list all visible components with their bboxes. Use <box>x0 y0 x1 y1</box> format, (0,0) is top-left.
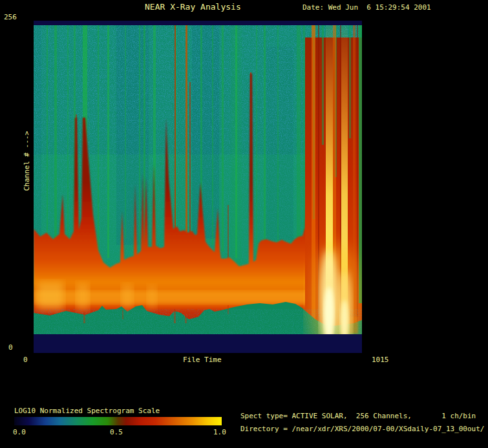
x-axis-min-tick: 0 <box>23 356 28 364</box>
directory-label: Directory = /near/xdr/XRS/2000/07-00/XSd… <box>240 425 485 433</box>
y-axis-label: Channel # ---> <box>23 131 31 191</box>
colorbar-title: LOG10 Normalized Spectrogram Scale <box>14 407 160 415</box>
y-axis-max-tick: 256 <box>4 13 17 21</box>
date-label: Date: Wed Jun 6 15:29:54 2001 <box>302 3 431 12</box>
x-axis-max-tick: 1015 <box>372 356 389 364</box>
x-axis-label: File Time <box>183 356 222 364</box>
colorbar-tick-min: 0.0 <box>13 428 26 436</box>
app-window: NEAR X-Ray Analysis Date: Wed Jun 6 15:2… <box>0 0 488 448</box>
colorbar-tick-max: 1.0 <box>213 428 226 436</box>
page-title: NEAR X-Ray Analysis <box>145 3 241 11</box>
colorbar-tick-mid: 0.5 <box>110 428 123 436</box>
spect-type-label: Spect type= ACTIVE SOLAR, 256 Channels, … <box>240 412 476 420</box>
spectrogram-image <box>34 21 362 353</box>
spectrogram-plot <box>34 21 362 353</box>
colorbar-gradient <box>14 417 222 425</box>
y-axis-min-tick: 0 <box>8 343 13 352</box>
